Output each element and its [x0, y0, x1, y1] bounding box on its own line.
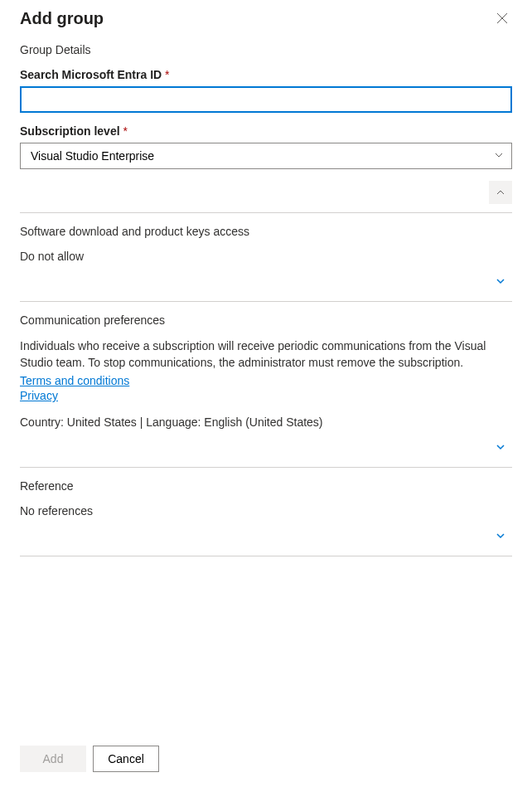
subscription-select-wrapper: Visual Studio Enterprise — [20, 143, 512, 169]
subscription-select[interactable]: Visual Studio Enterprise — [20, 143, 512, 169]
chevron-down-icon — [496, 442, 505, 452]
chevron-down-icon — [496, 531, 505, 541]
search-label: Search Microsoft Entra ID * — [20, 68, 512, 81]
communication-expand — [20, 435, 512, 459]
subscription-label-text: Subscription level — [20, 124, 120, 138]
required-marker: * — [165, 68, 169, 81]
communication-section: Communication preferences Individuals wh… — [20, 313, 512, 468]
search-input[interactable] — [20, 86, 512, 113]
required-marker: * — [123, 124, 127, 138]
reference-title: Reference — [20, 479, 512, 493]
reference-expand — [20, 524, 512, 547]
group-details-section: Search Microsoft Entra ID * Subscription… — [20, 68, 512, 213]
panel-header: Add group — [20, 8, 512, 28]
reference-section: Reference No references — [20, 479, 512, 556]
add-button[interactable]: Add — [20, 746, 86, 772]
downloads-expand-button[interactable] — [489, 270, 512, 293]
downloads-title: Software download and product keys acces… — [20, 225, 512, 238]
chevron-up-icon — [496, 187, 505, 197]
terms-link[interactable]: Terms and conditions — [20, 374, 129, 387]
communication-expand-button[interactable] — [489, 435, 512, 459]
subscription-field-group: Subscription level * Visual Studio Enter… — [20, 124, 512, 169]
communication-title: Communication preferences — [20, 313, 512, 327]
collapse-block — [20, 181, 512, 204]
page-title: Add group — [20, 9, 104, 28]
privacy-link[interactable]: Privacy — [20, 389, 58, 402]
close-icon — [496, 12, 508, 24]
chevron-down-icon — [496, 276, 505, 286]
locale-text: Country: United States | Language: Engli… — [20, 415, 512, 429]
communication-description: Individuals who receive a subscription w… — [20, 338, 512, 371]
collapse-button[interactable] — [489, 181, 512, 204]
cancel-button[interactable]: Cancel — [93, 746, 159, 772]
reference-value: No references — [20, 504, 512, 517]
downloads-expand — [20, 270, 512, 293]
reference-expand-button[interactable] — [489, 524, 512, 547]
downloads-section: Software download and product keys acces… — [20, 225, 512, 302]
footer-actions: Add Cancel — [20, 737, 512, 772]
form-content: Group Details Search Microsoft Entra ID … — [20, 43, 512, 737]
group-details-subtitle: Group Details — [20, 43, 512, 56]
search-label-text: Search Microsoft Entra ID — [20, 68, 162, 81]
subscription-label: Subscription level * — [20, 124, 512, 138]
downloads-value: Do not allow — [20, 250, 512, 263]
close-button[interactable] — [492, 8, 512, 28]
search-field-group: Search Microsoft Entra ID * — [20, 68, 512, 113]
